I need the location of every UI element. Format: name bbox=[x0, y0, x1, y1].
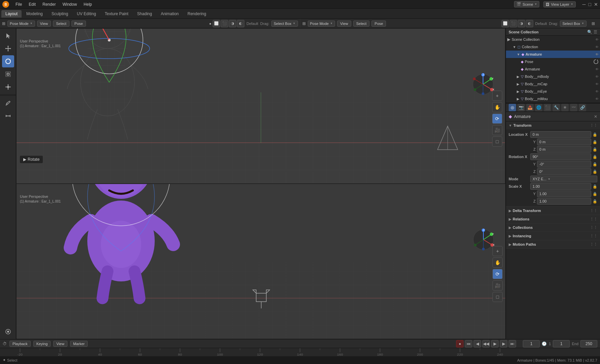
scale-x-lock[interactable]: 🔒 bbox=[593, 184, 597, 189]
orbit-btn-right[interactable]: ⟳ bbox=[492, 269, 503, 279]
motion-paths-dots[interactable]: ⋮⋮ bbox=[590, 242, 597, 247]
ortho-btn-right[interactable]: □ bbox=[492, 292, 503, 302]
location-y-lock[interactable]: 🔒 bbox=[593, 140, 597, 144]
start-frame-input[interactable]: 1 bbox=[553, 340, 570, 347]
annotate-tool-btn[interactable] bbox=[2, 97, 14, 109]
rotation-mode-value[interactable]: XYZ E... ▼ bbox=[530, 176, 597, 182]
playback-menu[interactable]: Playback bbox=[9, 341, 31, 347]
addon-tool-btn[interactable] bbox=[2, 326, 14, 338]
outliner-armature[interactable]: ▼ ◆ Armature 👁 bbox=[506, 51, 600, 58]
scale-z-lock[interactable]: 🔒 bbox=[593, 199, 597, 204]
viewport-left[interactable]: User Perspective (1) Armature : Ear_1_L.… bbox=[16, 28, 506, 184]
props-icon-object[interactable]: ⬛ bbox=[544, 104, 551, 111]
props-icon-world[interactable]: 🌐 bbox=[535, 104, 542, 111]
menu-render[interactable]: Render bbox=[40, 1, 58, 7]
outliner-filter-icon[interactable]: 🔍 bbox=[587, 30, 592, 34]
delta-transform-header[interactable]: ▶ Delta Transform ⋮⋮ bbox=[506, 207, 600, 215]
delta-transform-dots[interactable]: ⋮⋮ bbox=[590, 209, 597, 213]
menu-help[interactable]: Help bbox=[81, 1, 95, 7]
menu-file[interactable]: File bbox=[13, 1, 25, 7]
collection-eye[interactable]: 👁 bbox=[595, 45, 599, 49]
scale-tool-btn[interactable] bbox=[2, 68, 14, 80]
relations-header[interactable]: ▶ Relations ⋮⋮ bbox=[506, 215, 600, 223]
tab-animation[interactable]: Animation bbox=[157, 10, 183, 18]
tab-texture-paint[interactable]: Texture Paint bbox=[101, 10, 132, 18]
location-x-lock[interactable]: 🔒 bbox=[593, 132, 597, 137]
camera-btn-right[interactable]: 🎥 bbox=[492, 280, 503, 291]
props-icon-output[interactable]: 📤 bbox=[526, 104, 534, 111]
collections-header[interactable]: ▶ Collections ⋮⋮ bbox=[506, 223, 600, 232]
relations-dots[interactable]: ⋮⋮ bbox=[590, 217, 597, 221]
viewport-right[interactable]: User Perspective (1) Armature : Ear_1_L.… bbox=[16, 184, 506, 339]
scale-x-value[interactable]: 1.00 bbox=[530, 183, 591, 190]
rotation-z-value[interactable]: 0° bbox=[537, 168, 591, 175]
meye-eye[interactable]: 👁 bbox=[595, 90, 599, 93]
ortho-btn-left[interactable]: □ bbox=[492, 136, 502, 147]
scene-selector[interactable]: 🎬 Scene ▼ bbox=[514, 1, 539, 7]
jump-start-btn[interactable]: ⏮ bbox=[465, 340, 472, 347]
outliner-body-mcap[interactable]: ▶ ▽ Body__mCap 👁 bbox=[506, 80, 600, 88]
outliner-scene-collection[interactable]: ▶ Scene Collection 👁 bbox=[506, 36, 600, 43]
rotation-x-lock[interactable]: 🔒 bbox=[593, 155, 597, 159]
reverse-play-btn[interactable]: ◀◀ bbox=[482, 340, 490, 347]
cursor-tool-btn[interactable] bbox=[2, 30, 14, 42]
current-frame-input[interactable]: 1 bbox=[523, 340, 540, 347]
pan-btn-left[interactable]: ✋ bbox=[492, 102, 502, 112]
transform-header[interactable]: ▼ Transform ⋮⋮ bbox=[506, 121, 600, 129]
outliner-body-mbody[interactable]: ▶ ▽ Body__mBody 👁 bbox=[506, 73, 600, 80]
mcap-eye[interactable]: 👁 bbox=[595, 82, 599, 86]
pan-btn-right[interactable]: ✋ bbox=[492, 257, 503, 268]
vp-right-solid-btn[interactable]: ⬛ bbox=[510, 20, 517, 27]
drag-mode-right[interactable]: Select Box ▼ bbox=[560, 21, 587, 27]
outliner-menu-icon[interactable]: ☰ bbox=[594, 30, 597, 34]
pose-mode-left[interactable]: Pose Mode ▼ bbox=[7, 21, 35, 27]
view-btn-left[interactable]: View bbox=[37, 21, 51, 27]
outliner-armature-data[interactable]: ◆ Armature 👁 bbox=[506, 65, 600, 73]
view-layer-selector[interactable]: 🖼 View Layer ▼ bbox=[543, 1, 575, 7]
rotation-y-value[interactable]: -0° bbox=[537, 161, 591, 168]
zoom-in-btn-left[interactable]: + bbox=[492, 91, 502, 101]
props-icon-render[interactable]: 📷 bbox=[517, 104, 525, 111]
mbody-eye[interactable]: 👁 bbox=[595, 75, 599, 79]
view-btn-right[interactable]: View bbox=[337, 21, 351, 27]
end-frame-input[interactable]: 250 bbox=[580, 340, 597, 347]
instancing-dots[interactable]: ⋮⋮ bbox=[590, 234, 597, 238]
rotation-x-value[interactable]: 90° bbox=[530, 153, 591, 160]
menu-edit[interactable]: Edit bbox=[26, 1, 38, 7]
rotate-tool-btn[interactable] bbox=[2, 55, 14, 67]
tab-uv-editing[interactable]: UV Editing bbox=[73, 10, 100, 18]
move-tool-btn[interactable] bbox=[2, 42, 14, 55]
vp-right-wire-btn[interactable]: ⬜ bbox=[502, 20, 509, 27]
outliner-area[interactable]: ▶ Scene Collection 👁 ▼ ◻ Collection 👁 ▼ … bbox=[506, 36, 600, 103]
close-icon[interactable]: ✕ bbox=[594, 2, 598, 7]
select-btn-right[interactable]: Select bbox=[353, 21, 370, 27]
outliner-pose[interactable]: ◆ Pose bbox=[506, 58, 600, 65]
armature-data-eye[interactable]: 👁 bbox=[595, 67, 599, 71]
location-y-value[interactable]: 0 m bbox=[537, 139, 591, 145]
scale-y-value[interactable]: 1.00 bbox=[537, 190, 591, 197]
rotation-y-lock[interactable]: 🔒 bbox=[593, 162, 597, 166]
tab-shading[interactable]: Shading bbox=[133, 10, 156, 18]
transform-tool-btn[interactable] bbox=[2, 81, 14, 93]
marker-menu[interactable]: Marker bbox=[70, 341, 88, 347]
pose-btn-right[interactable]: Pose bbox=[371, 21, 386, 27]
drag-mode-left[interactable]: Select Box ▼ bbox=[271, 21, 298, 27]
props-icon-physics[interactable]: 〰 bbox=[570, 104, 577, 111]
rotation-z-lock[interactable]: 🔒 bbox=[593, 170, 597, 174]
vp-right-render-btn[interactable]: ◐ bbox=[526, 20, 533, 27]
zoom-in-btn-right[interactable]: + bbox=[492, 246, 503, 256]
transform-dots[interactable]: ⋮⋮ bbox=[590, 123, 597, 128]
props-icon-constraints[interactable]: 🔗 bbox=[579, 104, 586, 111]
vp-left-solid-btn[interactable]: ⬛ bbox=[221, 20, 228, 27]
instancing-header[interactable]: ▶ Instancing ⋮⋮ bbox=[506, 232, 600, 240]
collections-dots[interactable]: ⋮⋮ bbox=[590, 225, 597, 230]
tab-sculpting[interactable]: Sculpting bbox=[48, 10, 72, 18]
pose-mode-right[interactable]: Pose Mode ▼ bbox=[308, 21, 335, 27]
tab-rendering[interactable]: Rendering bbox=[183, 10, 210, 18]
tab-modeling[interactable]: Modeling bbox=[22, 10, 47, 18]
jump-end-btn[interactable]: ⏭ bbox=[509, 340, 516, 347]
scale-z-value[interactable]: 1.00 bbox=[537, 198, 591, 205]
props-icon-scene[interactable]: ◎ bbox=[509, 104, 516, 111]
vp-left-render-btn[interactable]: ◐ bbox=[237, 20, 244, 27]
record-btn[interactable]: ● bbox=[456, 340, 463, 347]
